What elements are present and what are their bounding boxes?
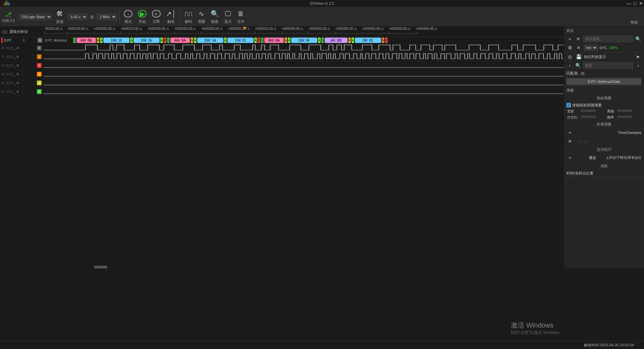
cursor-pos-label: 时间/采样点位置 [567,171,593,176]
ruler-cursor[interactable] [243,27,247,30]
decode-button[interactable]: ⎍⎍ 解码 [184,9,193,24]
decode-segment[interactable]: W [97,38,99,43]
save-icon[interactable]: 💾 [575,53,582,60]
search-button[interactable]: 🔍 搜索 [211,9,219,24]
help-button[interactable]: 帮助 [631,10,638,25]
waveform-row-4[interactable] [44,79,564,87]
decode-segment[interactable]: W [191,38,193,43]
decode-segment[interactable]: A [288,38,290,43]
add-distance-button[interactable]: + [567,129,573,136]
horizontal-scrollbar[interactable] [94,266,107,268]
samplerate-select[interactable]: 2 MHz [97,13,117,20]
waveform-area[interactable]: 39160.00↓s +609180.00↓s+609200.00↓s+6092… [44,27,564,268]
decode-segment[interactable]: R [348,38,351,43]
decode-segment[interactable]: S [73,38,76,43]
prev-button[interactable]: ‹ [567,62,573,69]
decode-segment[interactable]: S [167,38,170,43]
decode-segment[interactable]: S [321,38,324,43]
enable-mouse-label: 使能鼠标跟随测量 [572,103,602,108]
decode-segment[interactable]: N [382,38,384,43]
decode-track: 0:I²C: Address/ SAW: BAWADW: 10ADW: 2EAP… [44,37,564,44]
decode-segment[interactable]: DW: 1A [197,38,223,43]
decode-segment[interactable]: P [164,38,166,43]
cursor-title: 光标 [564,162,644,170]
decode-segment[interactable]: AW: BA [264,38,284,43]
titlebar: DSView v1.2.2 — □ ✕ [0,0,644,7]
ruler-tick: +609200.00↓s [94,27,115,31]
remove-distance-button[interactable]: ✕ [567,138,573,145]
decode-segment[interactable]: AW: BA [76,38,96,43]
analyzer-label: 逻辑分析仪 [9,29,28,34]
decode-segment[interactable]: S [261,38,264,43]
next-button[interactable]: › [635,62,641,69]
time-ruler[interactable]: 39160.00↓s +609180.00↓s+609200.00↓s+6092… [44,27,564,37]
waveform-row-2[interactable] [44,61,564,70]
list-search-input[interactable] [583,62,633,69]
decode-segment[interactable]: DW: 10 [103,38,129,43]
decode-segment[interactable]: A [318,38,321,43]
measure-title: 测量 [564,87,644,94]
add-edge-button[interactable]: + [567,154,573,161]
protocol-search-input[interactable] [583,36,633,42]
channel-label-0[interactable]: 0⎍ ⎍ ⎍ _ ✕0 [0,44,44,52]
send-icon[interactable]: ➤ [635,53,641,60]
match-result-button[interactable]: 0:I²C: Address/Data [567,78,641,85]
search-icon[interactable]: 🔍 [635,36,641,42]
instant-button[interactable]: ▸ 立即 [152,9,161,24]
minimize-button[interactable]: — [626,0,632,6]
decode-segment[interactable]: A [224,38,227,43]
format-select[interactable]: hex [584,45,598,51]
target-icon[interactable]: ◎ [567,53,573,60]
decode-segment[interactable]: A [100,38,103,43]
add-protocol-button[interactable]: + [567,36,573,42]
measure-button[interactable]: ∿ 测量 [198,9,205,24]
decode-segment[interactable]: P [258,38,260,43]
ruler-start: 39160.00↓s [45,27,62,31]
ruler-tick: +609260.00↓s [174,27,196,31]
remove-protocol-button[interactable]: ✕ [575,36,581,42]
decode-segment[interactable]: DW: 01 [227,38,254,43]
decode-segment[interactable]: DW: 2E [133,38,160,43]
decode-segment[interactable]: A [160,38,163,43]
search-list-icon[interactable]: 🔍 [575,62,581,69]
decode-segment[interactable]: A [194,38,197,43]
waveform-row-0[interactable] [44,44,564,52]
decode-segment[interactable]: DR: B1 [355,38,381,43]
toolbar: ⎇ USB 2.0 DSLogic Basic 🛠 选项 5.00 s @ 2 … [0,7,644,27]
channel-label-3[interactable]: 3⎍ ⎍ ⎍ _ ✕3 [0,70,44,79]
channel-label-5[interactable]: 5⎍ ⎍ ⎍ _ ✕5 [0,87,44,96]
statusbar: 触发时间:2023-04-26 18:02:04 [0,341,644,349]
close-button[interactable]: ✕ [638,0,644,6]
decode-segment[interactable]: AW: BA [170,38,190,43]
waveform-row-1[interactable] [44,52,564,61]
gear-icon[interactable]: ⚙ [567,44,573,51]
decode-segment[interactable]: AR: BB [325,38,347,43]
waveform-row-5[interactable] [44,87,564,96]
channel-label-4[interactable]: 4⎍ ⎍ ⎍ _ ✕4 [0,79,44,87]
distance-title: 距离测量 [564,120,644,128]
start-button[interactable]: ▶ 开始 [138,9,147,24]
maximize-button[interactable]: □ [632,0,638,6]
device-select[interactable]: DSLogic Basic [18,13,52,20]
delete-icon[interactable]: ✕ [575,44,582,51]
display-button[interactable]: 🖵 显示 [224,9,232,24]
decode-segment[interactable]: W [284,38,287,43]
file-button[interactable]: 🗎 文件 [237,9,245,24]
decode-segment[interactable]: A [130,38,133,43]
decode-segment[interactable]: DW: 0F [291,38,317,43]
waveform-row-3[interactable] [44,70,564,79]
ruler-tick: +609400.00↓s [362,27,383,31]
duration-select[interactable]: 5.00 s [67,13,88,20]
options-button[interactable]: 🛠 选项 [56,9,63,24]
mode-button[interactable]: ↓ 模式 [124,9,132,24]
enable-mouse-checkbox[interactable] [567,103,571,107]
decode-segment[interactable]: A [352,38,354,43]
app-logo [0,1,13,6]
trigger-button[interactable]: ↗│ 触发 [166,9,176,24]
usb-label: USB 2.0 [2,19,14,22]
channel-label-1[interactable]: 1⎍ ⎍ ⎍ _ ✕1 [0,52,44,61]
channel-label-2[interactable]: 2⎍ ⎍ ⎍ _ ✕2 [0,61,44,70]
decode-segment[interactable]: A [254,38,257,43]
decode-segment[interactable]: P [385,38,388,43]
decode-badge[interactable]: D [38,38,42,43]
